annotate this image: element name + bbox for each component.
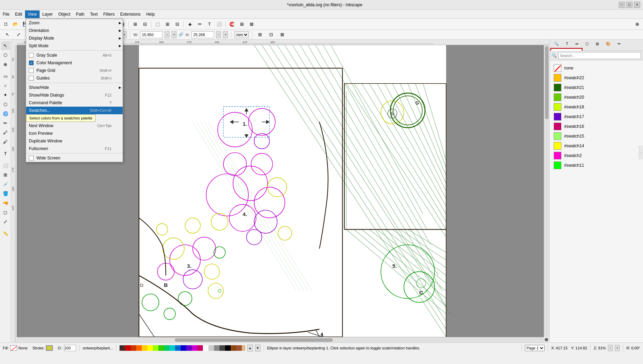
snap-button[interactable]: 🧲 bbox=[228, 20, 237, 29]
swatch-row-swatch2[interactable]: #swatch2 bbox=[552, 151, 640, 160]
zoom-inc-button[interactable]: + bbox=[615, 345, 620, 351]
text-button[interactable]: T bbox=[205, 20, 214, 29]
swatch-row-swatch16[interactable]: #swatch16 bbox=[552, 122, 640, 131]
palette-pink[interactable] bbox=[197, 345, 203, 351]
node-button[interactable]: ◈ bbox=[186, 20, 195, 29]
palette-blue[interactable] bbox=[175, 345, 181, 351]
close-button[interactable]: × bbox=[634, 2, 640, 8]
palette-light-gray[interactable] bbox=[208, 345, 214, 351]
text-tool[interactable]: T bbox=[1, 149, 10, 158]
zoom-tool[interactable]: ⊕ bbox=[1, 60, 10, 69]
fill-indicator[interactable] bbox=[10, 345, 17, 351]
h-dec-button[interactable]: − bbox=[216, 31, 221, 38]
palette-dark-orange[interactable] bbox=[131, 345, 136, 351]
menu-command-palette[interactable]: Command Palette ? bbox=[26, 99, 123, 107]
palette-green[interactable] bbox=[158, 345, 164, 351]
menu-grayscale[interactable]: Gray Scale Alt+5 bbox=[26, 51, 123, 59]
swatch-row-swatch15[interactable]: #swatch15 bbox=[552, 131, 640, 141]
bezier-button[interactable]: ✏ bbox=[195, 20, 204, 29]
palette-teal-green[interactable] bbox=[164, 345, 170, 351]
palette-brown[interactable] bbox=[231, 345, 236, 351]
opacity-input[interactable] bbox=[64, 345, 76, 351]
maximize-button[interactable]: □ bbox=[626, 2, 633, 8]
palette-orange[interactable] bbox=[136, 345, 142, 351]
menu-view[interactable]: View bbox=[25, 10, 40, 18]
palette-dark-blue[interactable] bbox=[181, 345, 186, 351]
swatch-row-swatch20[interactable]: #swatch20 bbox=[552, 92, 640, 102]
menu-layer[interactable]: Layer bbox=[40, 10, 56, 18]
tab-edit[interactable]: ✏ bbox=[615, 40, 624, 48]
calligraphy-tool[interactable]: 🖋 bbox=[1, 137, 10, 146]
swatch-row-swatch11[interactable]: #swatch11 bbox=[552, 160, 640, 170]
h-input[interactable] bbox=[191, 31, 214, 38]
horizontal-scrollbar[interactable] bbox=[17, 337, 544, 342]
minimize-button[interactable]: − bbox=[619, 2, 625, 8]
palette-gray[interactable] bbox=[214, 345, 220, 351]
swatch-row-swatch17[interactable]: #swatch17 bbox=[552, 112, 640, 122]
palette-bright-yellow[interactable] bbox=[147, 345, 153, 351]
measure-tool[interactable]: 📏 bbox=[1, 229, 10, 238]
new-button[interactable]: 🗋 bbox=[1, 20, 10, 29]
swatch-row-swatch18[interactable]: #swatch18 bbox=[552, 102, 640, 112]
align-left-button[interactable]: ⬚ bbox=[153, 20, 162, 29]
swatch-row-swatch21[interactable]: #swatch21 bbox=[552, 83, 640, 92]
menu-fullscreen[interactable]: Fullscreen F11 bbox=[26, 145, 123, 152]
pencil-tool[interactable]: ✏ bbox=[1, 118, 10, 127]
snap-grid-button[interactable]: ⊞ bbox=[237, 20, 246, 29]
spray-tool[interactable]: 🔫 bbox=[1, 198, 10, 207]
gradient-tool[interactable]: ⬜ bbox=[1, 161, 10, 170]
color-palette-strip[interactable] bbox=[119, 345, 245, 351]
menu-icon-preview[interactable]: Icon Preview bbox=[26, 130, 123, 137]
palette-red[interactable] bbox=[125, 345, 131, 351]
transform2-button[interactable]: ⊡ bbox=[266, 30, 275, 39]
menu-wide-screen[interactable]: Wide Screen bbox=[26, 154, 123, 162]
3d-tool[interactable]: ⬡ bbox=[1, 100, 10, 109]
ellipse-tool[interactable]: ○ bbox=[1, 81, 10, 90]
menu-text[interactable]: Text bbox=[87, 10, 100, 18]
menu-swatches[interactable]: Swatches... Shift+Ctrl+W Select colors f… bbox=[26, 107, 123, 114]
swatch-row-swatch14[interactable]: #swatch14 bbox=[552, 141, 640, 151]
w-inc-button[interactable]: + bbox=[172, 31, 176, 38]
w-dec-button[interactable]: − bbox=[165, 31, 170, 38]
menu-show-hide-dialogs[interactable]: Show/Hide Dialogs F12 bbox=[26, 91, 123, 99]
menu-zoom[interactable]: Zoom bbox=[26, 19, 123, 27]
unit-select[interactable]: mm px cm in bbox=[234, 31, 249, 38]
palette-scroll-right[interactable]: ▼ bbox=[255, 345, 261, 351]
menu-page-grid[interactable]: Page Grid Shift+# bbox=[26, 67, 123, 74]
tab-text[interactable]: T bbox=[563, 40, 571, 48]
select-all-button[interactable]: ↖ bbox=[3, 30, 12, 39]
dropper-tool[interactable]: 💉 bbox=[1, 180, 10, 189]
connector-tool[interactable]: ⤢ bbox=[1, 217, 10, 226]
menu-path[interactable]: Path bbox=[73, 10, 88, 18]
menu-file[interactable]: File bbox=[0, 10, 12, 18]
align2-button[interactable]: ⊠ bbox=[278, 30, 287, 39]
menu-help[interactable]: Help bbox=[143, 10, 158, 18]
pen-tool[interactable]: 🖊 bbox=[1, 128, 10, 137]
palette-teal[interactable] bbox=[170, 345, 175, 351]
palette-yellow-green[interactable] bbox=[153, 345, 158, 351]
transform-button[interactable]: ⤢ bbox=[14, 30, 23, 39]
tab-search[interactable]: 🔍 bbox=[551, 40, 562, 48]
palette-black[interactable] bbox=[225, 345, 231, 351]
rect-tool[interactable]: ▭ bbox=[1, 72, 10, 81]
w-input[interactable] bbox=[140, 31, 163, 38]
page-select[interactable]: Page 1 bbox=[525, 345, 545, 351]
align-center-button[interactable]: ⊞ bbox=[163, 20, 172, 29]
menu-orientation[interactable]: Orientation bbox=[26, 27, 123, 34]
palette-scroll-left[interactable]: ▲ bbox=[247, 345, 253, 351]
menu-extensions[interactable]: Extensions bbox=[117, 10, 143, 18]
palette-white[interactable] bbox=[203, 345, 208, 351]
guides-checkbox[interactable] bbox=[29, 76, 34, 81]
palette-sienna[interactable] bbox=[236, 345, 242, 351]
tab-objects[interactable]: ⬡ bbox=[582, 40, 592, 48]
swatch-search-input[interactable] bbox=[558, 52, 641, 59]
menu-color-management[interactable]: ✓ Color Management bbox=[26, 59, 123, 67]
palette-none[interactable] bbox=[119, 345, 125, 351]
menu-display-mode[interactable]: Display Mode bbox=[26, 34, 123, 42]
menu-object[interactable]: Object bbox=[56, 10, 73, 18]
h-inc-button[interactable]: + bbox=[223, 31, 228, 38]
snap-nodes-button[interactable]: ⊠ bbox=[247, 20, 256, 29]
menu-split-mode[interactable]: Split Mode bbox=[26, 42, 123, 50]
gradient-button[interactable]: ⬜ bbox=[215, 20, 224, 29]
connector-button[interactable]: ⊕ bbox=[633, 20, 642, 29]
